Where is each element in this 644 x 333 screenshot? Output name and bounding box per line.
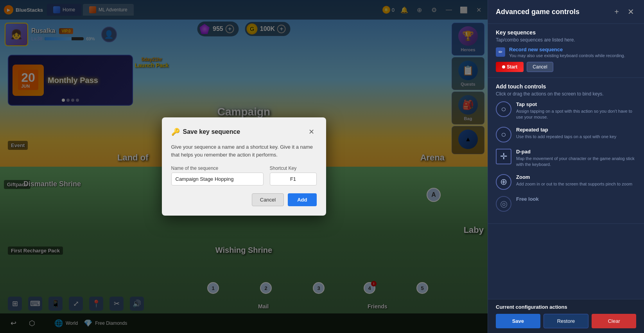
- modal-add-button[interactable]: Add: [288, 193, 316, 206]
- freelook-text: Free look: [516, 196, 636, 203]
- sequence-name-input[interactable]: [171, 173, 264, 185]
- zoom-text: Zoom Add zoom in or out to the screen th…: [516, 174, 636, 187]
- modal-title-text: Save key sequence: [183, 128, 240, 135]
- add-touch-controls-section: Add touch controls Click or drag the act…: [488, 78, 644, 224]
- zoom-icon: ⊕: [496, 174, 511, 190]
- start-label: Start: [507, 64, 517, 70]
- dpad-text: D-pad Map the movement of your character…: [516, 149, 636, 168]
- modal-title-icon: 🔑: [171, 128, 180, 136]
- start-dot: [502, 65, 505, 68]
- sequence-name-label: Name of the sequence: [171, 166, 264, 171]
- config-actions-section: Current configuration actions Save Resto…: [488, 299, 644, 333]
- repeated-tap-control[interactable]: ○ Repeated tap Use this to add repeated …: [496, 127, 636, 142]
- dpad-control[interactable]: ✛ D-pad Map the movement of your charact…: [496, 149, 636, 168]
- shortcut-key-input[interactable]: [270, 173, 317, 185]
- record-buttons: Start Cancel: [496, 62, 636, 72]
- record-icon: ✏: [496, 47, 505, 57]
- record-sequence-item: ✏ Record new sequence You may also use e…: [496, 47, 636, 58]
- panel-scroll-area: Key sequences Tap/combo sequences are li…: [488, 24, 644, 299]
- key-sequences-desc: Tap/combo sequences are listed here.: [496, 37, 636, 43]
- modal-overlay: 🔑 Save key sequence ✕ Give your sequence…: [0, 0, 488, 333]
- config-buttons: Save Restore Clear: [496, 314, 636, 328]
- panel-header: Advanced game controls + ✕: [488, 0, 644, 24]
- tap-spot-name: Tap spot: [516, 101, 636, 107]
- repeated-tap-text: Repeated tap Use this to add repeated ta…: [516, 127, 636, 140]
- repeated-tap-name: Repeated tap: [516, 127, 636, 133]
- modal-body-text: Give your sequence a name and a shortcut…: [171, 143, 317, 158]
- cancel-record-button[interactable]: Cancel: [527, 62, 553, 72]
- touch-controls-desc: Click or drag the actions on the screen …: [496, 91, 636, 97]
- key-sequences-title: Key sequences: [496, 29, 636, 36]
- shortcut-key-label: Shortcut Key: [270, 166, 317, 171]
- touch-controls-title: Add touch controls: [496, 83, 636, 90]
- restore-config-button[interactable]: Restore: [544, 314, 589, 328]
- repeated-tap-desc: Use this to add repeated taps on a spot …: [516, 134, 636, 140]
- tap-spot-text: Tap spot Assign tapping on a spot with t…: [516, 101, 636, 121]
- config-title: Current configuration actions: [496, 304, 636, 310]
- key-sequences-section: Key sequences Tap/combo sequences are li…: [488, 24, 644, 78]
- modal-header: 🔑 Save key sequence ✕: [171, 127, 317, 137]
- record-text: Record new sequence You may also use exi…: [509, 47, 636, 58]
- save-config-button[interactable]: Save: [496, 314, 540, 328]
- start-button[interactable]: Start: [496, 62, 524, 72]
- save-key-sequence-modal: 🔑 Save key sequence ✕ Give your sequence…: [162, 117, 326, 216]
- right-panel: Advanced game controls + ✕ Key sequences…: [488, 0, 644, 333]
- repeated-tap-icon: ○: [496, 127, 511, 142]
- zoom-name: Zoom: [516, 174, 636, 180]
- freelook-control[interactable]: ◎ Free look: [496, 196, 636, 212]
- shortcut-key-group: Shortcut Key: [270, 166, 317, 185]
- tap-spot-control[interactable]: ○ Tap spot Assign tapping on a spot with…: [496, 101, 636, 121]
- zoom-desc: Add zoom in or out to the screen that su…: [516, 181, 636, 187]
- game-area: ▶ BlueStacks Home ML Adventure B 0 🔔 ⊕ ⚙…: [0, 0, 488, 333]
- sequence-name-group: Name of the sequence: [171, 166, 264, 185]
- dpad-icon: ✛: [496, 149, 511, 164]
- freelook-name: Free look: [516, 196, 636, 202]
- dpad-desc: Map the movement of your character or th…: [516, 156, 636, 168]
- panel-title: Advanced game controls: [496, 8, 579, 16]
- record-subtext: You may also use existing keyboard contr…: [509, 53, 636, 58]
- freelook-icon: ◎: [496, 196, 511, 212]
- dpad-name: D-pad: [516, 149, 636, 155]
- modal-form: Name of the sequence Shortcut Key: [171, 166, 317, 185]
- modal-footer: Cancel Add: [171, 193, 317, 206]
- tap-spot-icon: ○: [496, 101, 511, 117]
- modal-close-button[interactable]: ✕: [306, 127, 317, 137]
- record-new-sequence-link[interactable]: Record new sequence: [509, 47, 636, 52]
- tap-spot-desc: Assign tapping on a spot with this actio…: [516, 108, 636, 121]
- modal-cancel-button[interactable]: Cancel: [252, 193, 284, 206]
- clear-config-button[interactable]: Clear: [592, 314, 636, 328]
- panel-close-button[interactable]: ✕: [625, 6, 636, 17]
- modal-title: 🔑 Save key sequence: [171, 128, 240, 136]
- zoom-control[interactable]: ⊕ Zoom Add zoom in or out to the screen …: [496, 174, 636, 190]
- panel-add-button[interactable]: +: [611, 6, 622, 17]
- panel-header-buttons: + ✕: [611, 6, 636, 17]
